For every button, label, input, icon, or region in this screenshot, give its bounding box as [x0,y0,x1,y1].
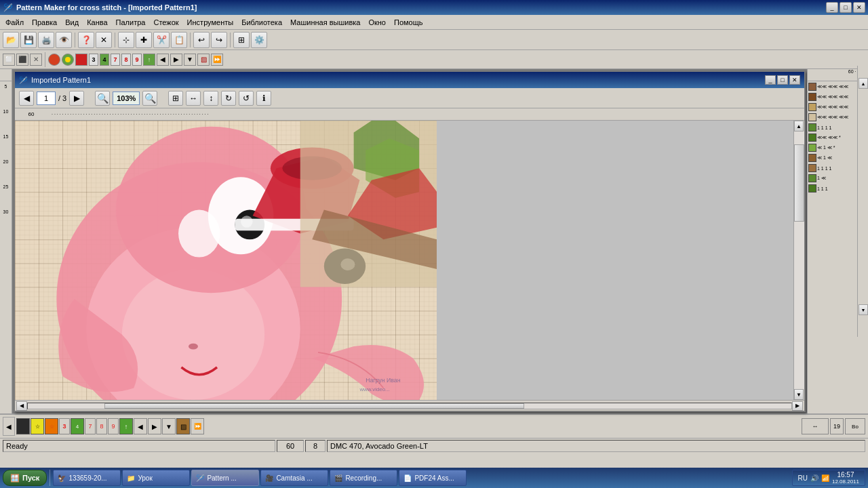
help-button[interactable]: ❓ [78,32,94,48]
swatch-green2[interactable]: ↑ [119,418,133,434]
rotate-button[interactable]: ↻ [221,91,236,106]
half-stitch-icon: ⬛ [16,54,28,66]
expand-right[interactable]: ↔ [802,418,829,434]
menu-stitch[interactable]: Стежок [149,17,182,28]
swatch-black[interactable] [16,418,30,434]
menu-view[interactable]: Вид [61,17,83,28]
pal-swatch-6[interactable] [808,134,816,142]
page-total: / 3 [58,94,66,102]
nav-left[interactable]: ◀ [157,54,169,66]
fit-height-button[interactable]: ↕ [203,91,218,106]
task-app-3[interactable]: 🪡 Pattern ... [191,470,259,486]
scroll-down-button[interactable]: ▼ [794,389,804,400]
menu-help[interactable]: Помощь [390,17,427,28]
nav-arrow-left[interactable]: ◀ [134,418,147,434]
minimize-button[interactable]: _ [826,2,838,13]
swatch-yellow[interactable]: ☆ [31,418,44,434]
zoom-out-button[interactable]: 🔍 [95,91,110,106]
canvas-scroll-area[interactable]: ▲ ▼ [15,121,804,400]
grid-toggle[interactable]: ⊞ [233,32,250,48]
pal-swatch-4[interactable] [808,113,816,121]
task-label-5: Recording... [345,474,382,482]
task-app-4[interactable]: 🎥 Camtasia ... [260,470,328,486]
flip-button[interactable]: ↺ [239,91,254,106]
end-nav[interactable]: ⏩ [211,54,223,66]
pattern-minimize[interactable]: _ [765,75,776,85]
swatch-green[interactable]: 4 [71,418,84,434]
menu-canvas[interactable]: Канва [83,17,111,28]
h-scroll-thumb[interactable] [104,403,524,409]
scroll-left-button[interactable]: ◀ [16,401,27,411]
preview-button[interactable]: 👁️ [56,32,72,48]
pattern-maximize[interactable]: □ [777,75,788,85]
task-app-6[interactable]: 📄 PDF24 Ass... [399,470,467,486]
pattern-canvas-area[interactable]: 60 · · · · · · · · · · · · · · · · · · ·… [15,108,804,411]
color-green[interactable]: ↑ [143,54,155,66]
fit-width-button[interactable]: ↔ [186,91,201,106]
task-app-5[interactable]: 🎬 Recording... [330,470,397,486]
task-app-1[interactable]: 🦅 133659-20... [53,470,121,486]
nav-arrow-right[interactable]: ▶ [148,418,161,434]
menu-file[interactable]: Файл [1,17,28,28]
nav-right[interactable]: ▶ [170,54,182,66]
pal-swatch-10[interactable] [808,174,816,182]
page-number-input[interactable] [37,92,56,105]
expand-left-btn[interactable]: ◀ [3,417,15,436]
next-page-button[interactable]: ▶ [69,91,84,106]
pal-swatch-3[interactable] [808,103,816,111]
end-swatch[interactable]: ⏩ [191,418,204,434]
nav-down[interactable]: ▼ [184,54,196,66]
task-app-2[interactable]: 📁 Урок [122,470,190,486]
start-button[interactable]: 🪟 Пуск [3,470,47,486]
ruler-corner [0,69,12,81]
undo-button[interactable]: ↩ [193,32,210,48]
nav-arrow-down[interactable]: ▼ [162,418,176,434]
pal-swatch-11[interactable] [808,184,816,192]
pal-swatch-7[interactable] [808,144,816,152]
prev-page-button[interactable]: ◀ [19,91,34,106]
num-9: 9 [132,54,142,66]
pal-swatch-8[interactable] [808,154,816,162]
pal-symbol-5: 1 1 1 1 [817,125,831,130]
color-swatch-2[interactable] [62,54,74,66]
paste-tool[interactable]: 📋 [171,32,187,48]
redo-button[interactable]: ↪ [211,32,227,48]
close-button[interactable]: ✕ [853,2,865,13]
close-btn2[interactable]: ✕ [96,32,112,48]
fit-page-button[interactable]: ⊞ [168,91,183,106]
info-button[interactable]: ℹ [256,91,271,106]
select-tool[interactable]: ⊹ [118,32,134,48]
zoom-in-button[interactable]: 🔍 [142,91,157,106]
main-area: 5 10 15 20 25 30 🪡 Imported Pattern1 _ □… [0,69,868,413]
taskbar: 🪟 Пуск 🦅 133659-20... 📁 Урок 🪡 Pattern .… [0,468,868,488]
menu-window[interactable]: Окно [364,17,390,28]
pal-swatch-9[interactable] [808,164,816,172]
scroll-thumb-vertical[interactable] [794,144,804,222]
color-swatch-3[interactable] [75,54,87,66]
cut-tool[interactable]: ✂️ [153,32,170,48]
swatch-orange[interactable]: ☆ [45,418,58,434]
maximize-button[interactable]: □ [840,2,852,13]
status-coord-y: 8 [305,440,326,452]
open-button[interactable]: 📂 [3,32,19,48]
menu-palette[interactable]: Палитра [112,17,150,28]
pal-swatch-1[interactable] [808,83,816,91]
pattern-icon: 🪡 [19,77,27,84]
save-button[interactable]: 💾 [20,32,37,48]
pattern-close[interactable]: ✕ [789,75,800,85]
palette-scroll-up[interactable]: ▲ [859,78,868,89]
hatch-swatch[interactable]: ▨ [176,418,190,434]
scroll-right-button[interactable]: ▶ [792,401,803,411]
scroll-up-button[interactable]: ▲ [794,121,804,131]
menu-machine[interactable]: Машинная вышивка [286,17,364,28]
palette-scroll-down[interactable]: ▼ [859,304,868,315]
settings-btn[interactable]: ⚙️ [251,32,267,48]
menu-edit[interactable]: Правка [28,17,61,28]
pal-swatch-2[interactable] [808,93,816,101]
move-tool[interactable]: ✚ [136,32,152,48]
menu-library[interactable]: Библиотека [237,17,286,28]
pal-swatch-5[interactable] [808,123,816,131]
print-button[interactable]: 🖨️ [38,32,54,48]
color-swatch-1[interactable] [48,54,60,66]
menu-tools[interactable]: Инструменты [183,17,238,28]
